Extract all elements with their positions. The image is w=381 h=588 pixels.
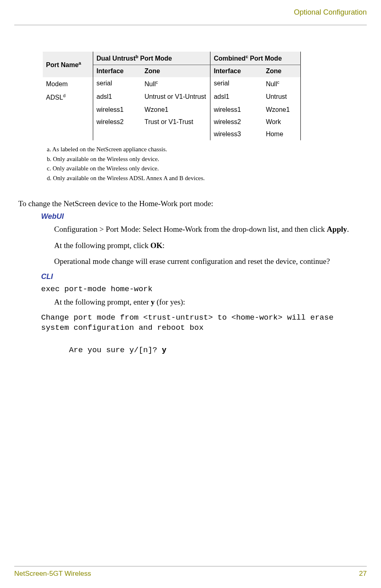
footer-page-number: 27 <box>359 570 367 578</box>
table-row: ADSLd adsl1 Untrust or V1-Untrust adsl1 … <box>43 91 301 104</box>
col-header-zone2: Zone <box>263 65 301 78</box>
cli-output-1: Change port mode from <trust-untrust> to… <box>41 313 355 333</box>
table-row: Modem serial Nullc serial Nullc <box>43 77 301 90</box>
webui-paragraph-3: Operational mode change will erase curre… <box>54 256 355 267</box>
page-footer: NetScreen-5GT Wireless 27 <box>14 566 367 578</box>
table-row: wireless3 Home <box>43 128 301 140</box>
cli-output-2: Are you sure y/[n]? y <box>41 335 355 366</box>
section-header: Optional Configuration <box>14 8 367 17</box>
col-header-zone1: Zone <box>141 65 210 78</box>
col-group-dual: Dual Untrust <box>96 55 136 62</box>
col-group-combined: Combined <box>214 55 245 62</box>
footnote-b: b. Only available on the Wireless only d… <box>47 155 359 164</box>
cli-command: exec port-mode home-work <box>41 284 355 294</box>
col-header-portname: Port Name <box>46 61 79 68</box>
footer-product: NetScreen-5GT Wireless <box>14 570 91 578</box>
webui-paragraph-1: Configuration > Port Mode: Select Home-W… <box>54 224 355 235</box>
sup-b: b <box>136 54 138 59</box>
footnote-a: a. As labeled on the NetScreen appliance… <box>47 145 359 154</box>
webui-paragraph-2: At the following prompt, click OK: <box>54 240 355 251</box>
footnote-c: c. Only available on the Wireless only d… <box>47 164 359 173</box>
footnote-d: d. Only available on the Wireless ADSL A… <box>47 174 359 183</box>
cli-heading: CLI <box>41 272 359 281</box>
webui-heading: WebUI <box>41 212 359 221</box>
intro-text: To change the NetScreen device to the Ho… <box>18 199 359 208</box>
sup-a: a <box>79 61 81 65</box>
header-rule <box>14 25 367 25</box>
port-mode-table: Port Namea Dual Untrustb Port Mode Combi… <box>43 52 301 140</box>
cli-paragraph-1: At the following prompt, enter y (for ye… <box>54 297 355 307</box>
col-header-interface2: Interface <box>210 65 263 78</box>
table-row: wireless2 Trust or V1-Trust wireless2 Wo… <box>43 116 301 128</box>
table-row: wireless1 Wzone1 wireless1 Wzone1 <box>43 104 301 116</box>
col-header-interface1: Interface <box>93 65 142 78</box>
footnotes: a. As labeled on the NetScreen appliance… <box>47 145 359 183</box>
